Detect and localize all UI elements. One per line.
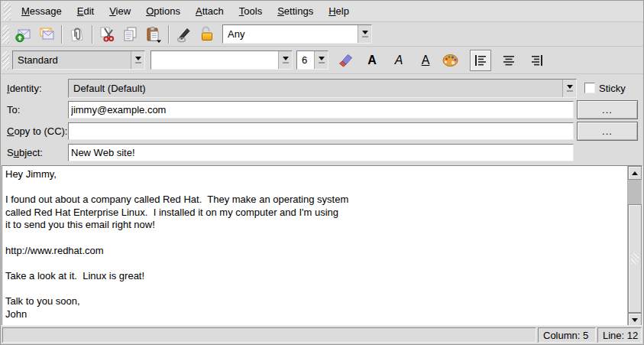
chevron-down-icon — [131, 51, 144, 69]
identity-row: Identity: Default (Default) Sticky — [1, 77, 643, 99]
recipient-filter-value: Any — [223, 25, 358, 43]
menu-help[interactable]: Help — [321, 1, 357, 21]
message-body-text[interactable]: Hey Jimmy, I found out about a company c… — [2, 166, 627, 327]
align-left-icon — [473, 53, 488, 68]
italic-button[interactable]: A — [388, 50, 409, 71]
body-line: Take a look at it. Linux is great! — [5, 270, 624, 283]
sticky-checkbox[interactable] — [584, 83, 595, 93]
triangle-down-icon — [632, 318, 638, 322]
subject-input[interactable] — [68, 144, 574, 161]
remove-formatting-button[interactable] — [335, 50, 356, 71]
copy-button[interactable] — [120, 24, 141, 45]
font-size-combobox[interactable]: 6 — [296, 50, 328, 70]
body-line: I found out about a company called Red H… — [5, 194, 624, 207]
cut-button[interactable] — [97, 24, 118, 45]
body-line — [5, 257, 624, 270]
font-size-value: 6 — [297, 51, 314, 69]
subject-label: Subject: — [1, 147, 68, 158]
message-headers: Identity: Default (Default) Sticky To: .… — [1, 74, 643, 164]
menubar-gripper[interactable] — [4, 2, 11, 21]
menu-settings[interactable]: Settings — [270, 1, 321, 21]
chevron-down-icon — [562, 80, 576, 97]
status-line-indicator: Line: 12 — [597, 327, 642, 343]
toolbar-separator — [92, 25, 93, 44]
menu-options[interactable]: Options — [138, 1, 188, 21]
attach-file-button[interactable] — [66, 24, 88, 45]
queue-button[interactable] — [36, 24, 57, 45]
body-line: Talk to you soon, — [5, 295, 624, 308]
status-bar: Column: 5 Line: 12 — [1, 325, 643, 344]
recipient-filter-combobox[interactable]: Any — [222, 24, 372, 44]
identity-combobox[interactable]: Default (Default) — [68, 79, 577, 98]
align-center-icon — [501, 53, 516, 68]
text-color-icon — [442, 51, 460, 70]
underline-button[interactable]: A — [415, 50, 436, 71]
select-to-recipients-button[interactable]: ... — [577, 100, 638, 119]
menu-edit[interactable]: Edit — [70, 1, 102, 21]
menu-view[interactable]: View — [102, 1, 138, 21]
menu-bar: Message Edit View Options Attach Tools S… — [1, 1, 643, 22]
select-cc-recipients-button[interactable]: ... — [577, 122, 638, 141]
sticky-label: Sticky — [599, 83, 626, 94]
menu-attach[interactable]: Attach — [188, 1, 231, 21]
toolbar-gripper[interactable] — [2, 25, 9, 44]
identity-value: Default (Default) — [69, 80, 562, 97]
cc-row: Copy to (CC): ... — [1, 120, 643, 142]
sign-button[interactable] — [173, 24, 195, 45]
chevron-down-icon — [278, 51, 292, 69]
italic-icon: A — [395, 54, 403, 67]
status-message-panel — [2, 327, 536, 343]
subject-row: Subject: — [1, 142, 643, 163]
composer-window: Message Edit View Options Attach Tools S… — [0, 0, 644, 345]
body-line: it to send you this email right now! — [5, 219, 624, 232]
cc-input[interactable] — [68, 122, 574, 140]
body-line — [5, 181, 624, 194]
cut-icon — [99, 25, 117, 44]
menu-message[interactable]: Message — [14, 1, 70, 21]
send-button[interactable] — [13, 24, 34, 45]
align-right-icon — [529, 53, 545, 68]
underline-icon: A — [422, 54, 430, 67]
attach-file-icon — [68, 25, 86, 44]
triangle-up-icon — [632, 171, 638, 175]
menu-tools[interactable]: Tools — [231, 1, 270, 21]
scrollbar-track[interactable] — [628, 180, 642, 313]
font-family-value — [151, 51, 278, 69]
message-body-editor[interactable]: Hey Jimmy, I found out about a company c… — [2, 165, 642, 327]
toolbar-gripper[interactable] — [2, 51, 9, 70]
text-color-button[interactable] — [440, 50, 461, 71]
body-line — [5, 282, 624, 295]
paste-button[interactable] — [143, 24, 164, 45]
identity-label: Identity: — [1, 83, 68, 94]
bold-button[interactable]: A — [361, 50, 383, 71]
to-input[interactable] — [68, 101, 574, 119]
align-right-button[interactable] — [526, 50, 548, 71]
body-line: called Red Hat Enterprise Linux. I insta… — [5, 207, 624, 220]
sign-message-icon — [175, 25, 193, 44]
status-column-indicator: Column: 5 — [538, 327, 596, 343]
body-line — [5, 232, 624, 245]
to-label: To: — [1, 104, 68, 116]
encrypt-button[interactable] — [196, 24, 218, 45]
bold-icon: A — [367, 54, 377, 67]
format-toolbar: Standard 6 A A A — [1, 47, 643, 74]
cc-label: Copy to (CC): — [1, 125, 68, 137]
remove-formatting-icon — [336, 51, 354, 70]
body-line: Hey Jimmy, — [5, 168, 624, 181]
send-mail-icon — [15, 25, 33, 44]
font-family-combobox[interactable] — [150, 50, 293, 70]
align-center-button[interactable] — [498, 50, 519, 71]
scrollbar-thumb[interactable] — [628, 204, 642, 313]
editor-scrollbar[interactable] — [627, 166, 642, 327]
scroll-up-button[interactable] — [628, 166, 642, 180]
chevron-down-icon — [314, 51, 328, 69]
paste-icon — [144, 25, 163, 44]
to-row: To: ... — [1, 99, 643, 120]
body-line: John — [5, 308, 624, 321]
toolbar-separator — [168, 25, 170, 44]
main-toolbar: Any — [1, 22, 643, 47]
align-left-button[interactable] — [470, 50, 491, 71]
chevron-down-icon — [358, 25, 371, 43]
encrypt-message-icon — [198, 25, 216, 44]
paragraph-style-combobox[interactable]: Standard — [12, 50, 145, 70]
